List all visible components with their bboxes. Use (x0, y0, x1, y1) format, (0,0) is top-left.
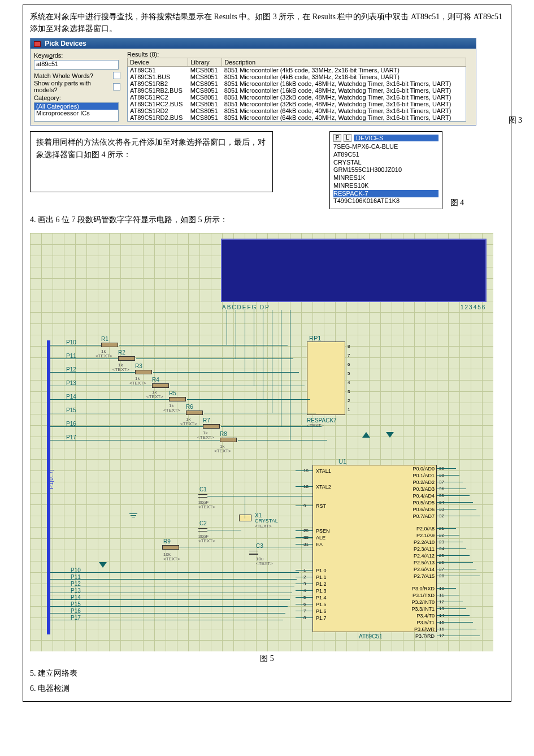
resistor-ref: R1 (101, 336, 108, 342)
resistor[interactable] (186, 411, 203, 415)
wire (437, 562, 473, 563)
pin-name: XTAL2 (316, 484, 331, 490)
u1-ref: U1 (338, 458, 346, 465)
wire (437, 576, 480, 576)
crystal-x1[interactable] (239, 515, 251, 521)
wire (50, 386, 152, 386)
capacitor-c3[interactable] (249, 551, 258, 555)
resistor[interactable] (118, 356, 135, 361)
wire (263, 310, 263, 399)
pin-name: P2.5/A13 (398, 560, 435, 565)
ground-arrow-icon (99, 562, 107, 568)
devices-l-button[interactable]: L (344, 134, 351, 142)
resistor[interactable] (203, 424, 220, 429)
resistor-r9[interactable] (162, 545, 179, 550)
category-item[interactable]: Microprocessor ICs (34, 110, 118, 116)
pick-devices-dialog: Pick Devices Keywords: at89c51 Match Who… (30, 38, 476, 126)
devices-list[interactable]: 7SEG-MPX6-CA-BLUEAT89C51CRYSTALGRM1555C1… (333, 143, 439, 205)
table-cell: MCS8051 (188, 80, 222, 87)
table-row[interactable]: AT89C51RD2MCS80518051 Microcontoller (64… (128, 107, 466, 114)
show-only-models-label: Show only parts with models? (34, 80, 113, 93)
wire (437, 569, 476, 569)
list-item[interactable]: MINRES1K (333, 174, 439, 182)
pin-name: P3.5/T1 (398, 620, 435, 625)
table-row[interactable]: AT89C51RC2MCS80518051 Microcontoller (32… (128, 94, 466, 101)
seven-segment-display[interactable] (221, 239, 487, 302)
results-table[interactable]: Device Library Description AT89C51MCS805… (127, 58, 466, 122)
devices-header: DEVICES (354, 135, 439, 141)
wire (50, 440, 220, 440)
resistor[interactable] (135, 370, 152, 374)
keywords-input[interactable]: at89c51 (34, 60, 119, 70)
rp1-pin-number: 3 (348, 389, 350, 394)
rp1-text: <TEXT> (307, 423, 324, 428)
resistor-ref: R2 (118, 349, 125, 356)
devices-p-button[interactable]: P (333, 134, 341, 142)
wire (437, 615, 470, 616)
capacitor-c2[interactable] (198, 528, 207, 532)
pin-name: P3.3/INT1 (398, 606, 435, 612)
table-cell: MCS8051 (188, 67, 222, 74)
list-item[interactable]: GRM1555C1H300JZ010 (333, 166, 439, 174)
wire (437, 595, 459, 595)
pin-name: P1.4 (316, 595, 327, 601)
figure-4-label: 图 4 (450, 198, 464, 208)
wire (153, 372, 299, 373)
category-item-selected[interactable]: (All Categories) (34, 103, 118, 110)
list-item[interactable]: 7SEG-MPX6-CA-BLUE (333, 143, 439, 151)
pin-name: EA (316, 542, 323, 547)
c3-ref: C3 (256, 543, 263, 549)
match-whole-words-checkbox[interactable] (113, 72, 120, 79)
pin-name: P2.4/A12 (398, 553, 435, 559)
table-cell: 8051 Microcontoller (4kB code, 33MHz, 2x… (222, 67, 466, 74)
table-row[interactable]: AT89C51MCS80518051 Microcontoller (4kB c… (128, 67, 466, 74)
respack-rp1[interactable] (307, 342, 345, 415)
pin-name: P2.0/A8 (398, 526, 435, 532)
match-whole-words-label: Match Whole Words? (34, 72, 93, 79)
wire (296, 611, 312, 611)
pin-name: P0.1/AD1 (398, 473, 435, 478)
app-icon (34, 41, 41, 47)
table-cell: 8051 Microcontoller (32kB code, 48MHz, W… (222, 94, 466, 101)
intro-paragraph: 系统在对象库中进行搜寻查找，并将搜索结果显示在 Results 中。如图 3 所… (30, 11, 504, 34)
schematic-canvas[interactable]: ABCDEFG DP 123456 P1[0..7] RP1 87654321 … (30, 233, 493, 651)
col-library[interactable]: Library (188, 58, 222, 67)
pin-name: P0.3/AD3 (398, 486, 435, 492)
table-row[interactable]: AT89C51RB2.BUSMCS80518051 Microcontoller… (128, 87, 466, 94)
wire (296, 544, 312, 545)
list-item[interactable]: AT89C51 (333, 151, 439, 159)
table-row[interactable]: AT89C51RB2MCS80518051 Microcontoller (16… (128, 80, 466, 87)
table-row[interactable]: AT89C51.BUSMCS80518051 Microcontoller (4… (128, 74, 466, 80)
list-item[interactable]: MINRES10K (333, 182, 439, 190)
pin-name: P0.2/AD2 (398, 479, 435, 485)
list-item[interactable]: RESPACK-7 (333, 190, 439, 198)
category-listbox[interactable]: (All Categories) Microprocessor ICs (34, 102, 119, 122)
show-only-models-checkbox[interactable] (113, 83, 120, 90)
list-item[interactable]: CRYSTAL (333, 159, 439, 167)
rp1-pin-number: 1 (348, 407, 350, 412)
resistor-ref: R8 (220, 431, 227, 437)
dialog-title-text: Pick Devices (45, 40, 86, 47)
wire (207, 530, 241, 530)
resistor[interactable] (101, 343, 118, 347)
resistor[interactable] (220, 438, 237, 442)
x1-value: CRYSTAL (255, 518, 278, 524)
list-item[interactable]: T499C106K016ATE1K8 (333, 197, 439, 205)
table-row[interactable]: AT89C51RD2.BUSMCS80518051 Microcontoller… (128, 114, 466, 122)
resistor[interactable] (169, 397, 186, 401)
resistor-text: <TEXT> (129, 381, 146, 386)
capacitor-c1[interactable] (198, 494, 207, 498)
figure-5-label: 图 5 (30, 654, 504, 664)
pin-name: P2.1/A9 (398, 533, 435, 538)
dialog-title: Pick Devices (31, 38, 476, 49)
col-description[interactable]: Description (222, 58, 466, 67)
wire (296, 537, 312, 538)
resistor[interactable] (152, 383, 169, 388)
pin-name: PSEN (316, 528, 330, 534)
wire (281, 310, 281, 426)
resistor-text: <TEXT> (214, 448, 231, 453)
instruction-textbox: 接着用同样的方法依次将各元件添加至对象选择器窗口，最后，对象选择器窗口如图 4 … (30, 131, 273, 192)
col-device[interactable]: Device (128, 58, 188, 67)
wire (290, 310, 290, 440)
table-row[interactable]: AT89C51RC2.BUSMCS80518051 Microcontoller… (128, 101, 466, 107)
